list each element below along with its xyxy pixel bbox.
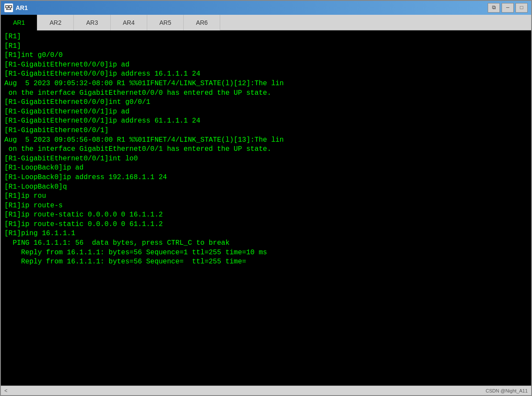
terminal-line: Reply from 16.1.1.1: bytes=56 Sequence= …	[4, 257, 528, 267]
restore-button[interactable]: ⧉	[488, 3, 500, 13]
terminal-line: [R1-GigabitEthernet0/0/1]	[4, 126, 528, 136]
minimize-button[interactable]: ─	[502, 3, 514, 13]
svg-rect-0	[6, 6, 8, 8]
terminal-line: [R1]int g0/0/0	[4, 51, 528, 60]
terminal-line: [R1-GigabitEthernet0/0/0]ip ad	[4, 60, 528, 70]
watermark: CSDN @Night_A11	[486, 388, 528, 393]
title-bar-left: AR1	[4, 3, 28, 12]
title-bar: AR1 ⧉ ─ □	[1, 1, 531, 15]
terminal-line: [R1-LoopBack0]q	[4, 183, 528, 192]
tab-ar5[interactable]: AR5	[147, 15, 184, 30]
tab-bar: AR1AR2AR3AR4AR5AR6	[1, 15, 531, 30]
terminal-line: Aug 5 2023 09:05:32-08:00 R1 %%01IFNET/4…	[4, 79, 528, 89]
terminal-line: [R1-GigabitEthernet0/0/1]ip address 61.1…	[4, 116, 528, 126]
terminal-line: [R1-GigabitEthernet0/0/1]ip ad	[4, 107, 528, 117]
svg-rect-1	[9, 6, 12, 8]
terminal-line: [R1]ip rou	[4, 192, 528, 201]
terminal-line: [R1]ip route-s	[4, 201, 528, 211]
terminal-line: [R1-GigabitEthernet0/0/0]ip address 16.1…	[4, 70, 528, 79]
terminal-line: [R1]ip route-static 0.0.0.0 0 16.1.1.2	[4, 210, 528, 220]
terminal-line: [R1]	[4, 42, 528, 51]
terminal-line: [R1-LoopBack0]ip ad	[4, 163, 528, 173]
terminal-line: [R1-LoopBack0]ip address 192.168.1.1 24	[4, 173, 528, 183]
terminal-line: [R1]ping 16.1.1.1	[4, 229, 528, 239]
window-title: AR1	[16, 4, 28, 11]
terminal-output[interactable]: [R1][R1][R1]int g0/0/0[R1-GigabitEtherne…	[1, 30, 531, 386]
scroll-left-arrow: <	[4, 388, 7, 394]
tab-ar3[interactable]: AR3	[74, 15, 110, 30]
scroll-left[interactable]: <	[4, 388, 7, 394]
tab-ar6[interactable]: AR6	[184, 15, 220, 30]
terminal-line: Reply from 16.1.1.1: bytes=56 Sequence=1…	[4, 248, 528, 258]
maximize-button[interactable]: □	[515, 3, 528, 13]
terminal-line: [R1]ip route-static 0.0.0.0 0 61.1.1.2	[4, 220, 528, 230]
terminal-line: [R1]	[4, 32, 528, 42]
terminal-line: [R1-GigabitEthernet0/0/0]int g0/0/1	[4, 98, 528, 107]
window-controls: ⧉ ─ □	[488, 3, 528, 13]
terminal-line: PING 16.1.1.1: 56 data bytes, press CTRL…	[4, 239, 528, 248]
tab-ar2[interactable]: AR2	[37, 15, 74, 30]
terminal-line: Aug 5 2023 09:05:56-08:00 R1 %%01IFNET/4…	[4, 136, 528, 145]
status-bar: < CSDN @Night_A11	[1, 386, 531, 395]
tab-ar1[interactable]: AR1	[1, 15, 37, 30]
terminal-line: on the interface GigabitEthernet0/0/1 ha…	[4, 145, 528, 154]
app-icon	[4, 3, 13, 12]
terminal-line: [R1-GigabitEthernet0/0/1]int lo0	[4, 154, 528, 164]
main-window: AR1 ⧉ ─ □ AR1AR2AR3AR4AR5AR6 [R1][R1][R1…	[0, 0, 532, 396]
tab-ar4[interactable]: AR4	[111, 15, 147, 30]
terminal-line: on the interface GigabitEthernet0/0/0 ha…	[4, 89, 528, 98]
